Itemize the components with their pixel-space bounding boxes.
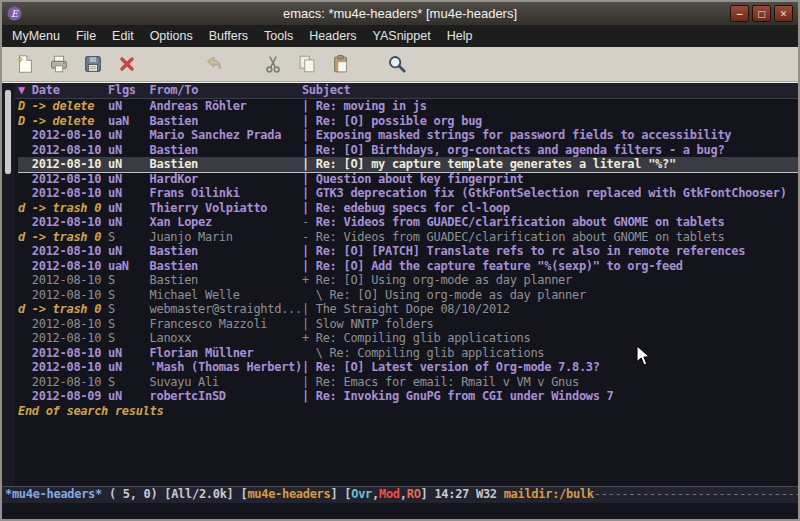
row-segment: 2012-08-10 S Bastien + Re: [O] Using org… [18,273,572,287]
new-file-icon[interactable] [10,50,40,78]
menu-edit[interactable]: Edit [104,26,142,46]
emacs-window: E emacs: *mu4e-headers* [mu4e-headers] −… [0,0,800,521]
toolbar-group [10,50,146,78]
message-row-current[interactable]: 2012-08-10 uN Bastien | Re: [O] my captu… [18,157,798,172]
message-row[interactable]: D -> delete uaN Bastien | Re: [O] possib… [18,114,798,129]
message-row[interactable]: d -> trash 0 uN Thierry Volpiatto | Re: … [18,201,798,216]
modeline-segment: ( 5, 0) [All/2.0k] [ [102,487,247,501]
menu-help[interactable]: Help [439,26,481,46]
row-segment: Andreas Röhler [150,99,302,113]
message-row[interactable]: 2012-08-10 uN Xan Lopez - Re: Videos fro… [18,215,798,230]
print-icon[interactable] [44,50,74,78]
window-title: emacs: *mu4e-headers* [mu4e-headers] [2,6,798,21]
header-line[interactable]: ▼ Date Flgs From/To Subject [2,83,798,99]
modeline-segment: , [372,487,379,501]
maximize-button[interactable]: □ [752,5,771,22]
modeline-segment: RO [407,487,421,501]
message-row[interactable]: 2012-08-10 S Lanoxx + Re: Compiling glib… [18,331,798,346]
toolbar-group [382,50,416,78]
row-segment: | Re: [O] possible org bug [302,114,482,128]
modeline-segment: Ovr [351,487,372,501]
column-flags[interactable]: Flgs [108,83,150,97]
row-segment: S webmaster@straightd...| The Straight D… [108,302,510,316]
message-row[interactable]: 2012-08-10 S Michael Welle \ Re: [O] Usi… [18,288,798,303]
row-segment: 2012-08-10 uN Xan Lopez [18,215,302,229]
message-row[interactable]: 2012-08-10 uN Mario Sanchez Prada | Expo… [18,128,798,143]
message-row[interactable]: 2012-08-10 uN Frans Oilinki | GTK3 depre… [18,186,798,201]
row-segment: uN Thierry Volpiatto | Re: edebug specs … [108,201,510,215]
message-row[interactable]: 2012-08-10 uaN Bastien | Re: [O] Add the… [18,259,798,274]
message-row[interactable]: 2012-08-09 uN robertcInSD | Re: Invoking… [18,389,798,404]
buffer-area: ▼ Date Flgs From/To Subject D -> delete … [2,82,798,519]
echo-area[interactable] [2,503,798,519]
scrollbar-thumb[interactable] [5,90,11,174]
row-segment: D -> delete [18,99,108,113]
row-segment: 2012-08-10 uN HardKor | Question about k… [18,172,524,186]
menu-yasnippet[interactable]: YASnippet [365,26,439,46]
message-row[interactable]: 2012-08-10 S Suvayu Ali | Re: Emacs for … [18,375,798,390]
cut-icon[interactable] [258,50,288,78]
message-row[interactable]: 2012-08-10 uN 'Mash (Thomas Herbert)| Re… [18,360,798,375]
menu-mymenu[interactable]: MyMenu [4,26,68,46]
row-segment: 2012-08-10 uN Florian Müllner [18,346,302,360]
undo-icon[interactable] [198,50,228,78]
row-segment: 2012-08-09 uN robertcInSD | Re: Invoking… [18,389,614,403]
row-segment: - [302,215,316,229]
modeline-segment: *mu4e-headers* [5,487,102,501]
title-bar[interactable]: E emacs: *mu4e-headers* [mu4e-headers] −… [2,2,798,25]
row-segment: 2012-08-10 uN Bastien | Re: [O] [PATCH] … [18,244,745,258]
row-segment: 2012-08-10 uaN Bastien | Re: [O] Add the… [18,259,683,273]
modeline-segment: maildir:/bulk [504,487,594,501]
row-segment: 2012-08-10 uN 'Mash (Thomas Herbert)| Re… [18,360,600,374]
column-subject[interactable]: Subject [302,83,350,97]
row-segment: 2012-08-10 uN Bastien | Re: [O] Birthday… [18,143,724,157]
message-row[interactable]: 2012-08-10 uN Florian Müllner \ Re: Comp… [18,346,798,361]
message-row[interactable]: 2012-08-10 S Francesco Mazzoli | Slow NN… [18,317,798,332]
row-segment: 2012-08-10 S Francesco Mazzoli | Slow NN… [18,317,433,331]
modeline-segment: mu4e-headers [247,487,330,501]
scrollbar[interactable] [2,83,15,486]
row-segment: D -> delete [18,114,108,128]
row-segment: d -> trash 0 [18,230,108,244]
row-segment: | Re: moving in js [302,99,427,113]
modeline-segment: ] [ [330,487,351,501]
message-row[interactable]: D -> delete uN Andreas Röhler | Re: movi… [18,99,798,114]
toolbar-group [258,50,360,78]
modeline-segment: , [400,487,407,501]
message-row[interactable]: d -> trash 0 S webmaster@straightd...| T… [18,302,798,317]
row-segment: uaN [108,114,150,128]
row-segment: 2012-08-10 uN Mario Sanchez Prada | Expo… [18,128,731,142]
paste-icon[interactable] [326,50,356,78]
menu-bar: MyMenuFileEditOptionsBuffersToolsHeaders… [2,25,798,47]
menu-tools[interactable]: Tools [256,26,301,46]
end-of-results: End of search results [18,404,798,419]
message-list: D -> delete uN Andreas Röhler | Re: movi… [18,99,798,404]
minimize-button[interactable]: − [730,5,749,22]
row-segment: \ Re: Compiling glib applications [302,346,544,360]
menu-buffers[interactable]: Buffers [201,26,256,46]
sort-indicator[interactable]: ▼ [18,83,32,97]
message-row[interactable]: 2012-08-10 uN Bastien | Re: [O] Birthday… [18,143,798,158]
menu-headers[interactable]: Headers [301,26,364,46]
menu-options[interactable]: Options [142,26,201,46]
search-icon[interactable] [382,50,412,78]
row-segment: uN [108,99,150,113]
message-row[interactable]: 2012-08-10 uN HardKor | Question about k… [18,172,798,187]
modeline-segment: ----------------------------------------… [594,487,798,501]
column-from[interactable]: From/To [150,83,302,97]
column-date[interactable]: Date [32,83,108,97]
copy-icon[interactable] [292,50,322,78]
menu-file[interactable]: File [68,26,104,46]
toolbar [2,47,798,82]
close-button[interactable]: ✕ [774,5,793,22]
close-icon[interactable] [112,50,142,78]
mode-line: *mu4e-headers* ( 5, 0) [All/2.0k] [mu4e-… [2,486,798,503]
row-segment: 2012-08-10 S Lanoxx + Re: Compiling glib… [18,331,530,345]
message-row[interactable]: 2012-08-10 S Bastien + Re: [O] Using org… [18,273,798,288]
message-row[interactable]: 2012-08-10 uN Bastien | Re: [O] [PATCH] … [18,244,798,259]
headers-view[interactable]: ▼ Date Flgs From/To Subject D -> delete … [2,83,798,486]
message-row[interactable]: d -> trash 0 S Juanjo Marin - Re: Videos… [18,230,798,245]
save-icon[interactable] [78,50,108,78]
emacs-icon: E [7,6,23,22]
row-segment: d -> trash 0 [18,201,108,215]
